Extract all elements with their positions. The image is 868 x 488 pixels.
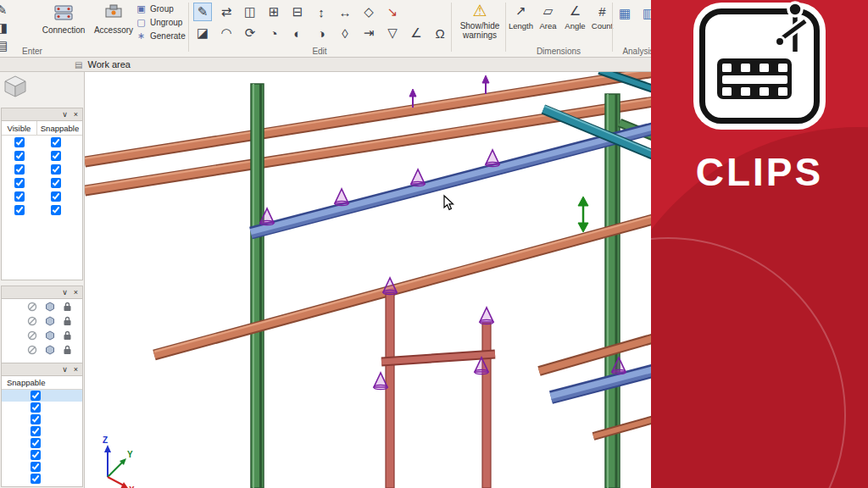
lock-icon[interactable]	[63, 345, 72, 355]
move-icon[interactable]: ⇄	[217, 3, 236, 21]
visible-checkbox[interactable]	[14, 151, 25, 161]
snap-row[interactable]	[2, 437, 82, 449]
angle-icon[interactable]: ∠	[407, 24, 426, 42]
snappable-checkbox[interactable]	[31, 402, 41, 413]
connection-button[interactable]: Connection	[39, 2, 88, 46]
chamfer-icon[interactable]: ◇	[359, 3, 378, 21]
pie-icon[interactable]: ◔	[264, 24, 283, 42]
dimension-tool-angle[interactable]: ∠Angle	[563, 3, 587, 30]
axis-z-label: Z	[103, 435, 108, 445]
clips-logo	[699, 8, 820, 124]
hidden-icon[interactable]	[27, 302, 37, 312]
snappable-checkbox[interactable]	[31, 462, 41, 472]
snappable-checkbox[interactable]	[51, 164, 61, 175]
snappable-checkbox[interactable]	[31, 414, 41, 424]
accessory-button[interactable]: Accessory	[89, 2, 138, 46]
show-hide-warnings-button[interactable]: ⚠ Show/hide warnings	[454, 2, 505, 40]
portal-frame[interactable]	[381, 293, 495, 488]
object-row	[2, 328, 82, 342]
node-icon[interactable]	[45, 316, 55, 326]
ungroup-label: Ungroup	[150, 18, 182, 27]
view-cube-icon[interactable]	[3, 75, 27, 97]
lock-icon[interactable]	[63, 316, 72, 326]
visible-column-header: Visible	[2, 121, 37, 135]
modify-icon[interactable]: ◨	[0, 19, 11, 36]
snappable-checkbox[interactable]	[51, 205, 61, 215]
dimension-tool-area[interactable]: ▱Area	[536, 3, 560, 30]
snap-row[interactable]	[2, 425, 82, 437]
filter-icon[interactable]: ▽	[383, 24, 402, 42]
snap-row[interactable]	[2, 390, 82, 402]
snappable-checkbox[interactable]	[31, 426, 41, 436]
stretch-icon[interactable]: ↕	[312, 3, 331, 21]
generate-button[interactable]: ∗Generate	[134, 30, 187, 42]
snap-row[interactable]	[2, 402, 82, 413]
snappable-checkbox[interactable]	[31, 474, 41, 484]
snappable-checkbox[interactable]	[31, 391, 41, 401]
close-icon[interactable]: ×	[74, 111, 78, 119]
node-icon[interactable]	[45, 302, 55, 312]
close-icon[interactable]: ×	[74, 366, 78, 374]
half-left-icon[interactable]: ◐	[288, 24, 307, 42]
extend-icon[interactable]: ↔	[336, 3, 354, 21]
hidden-icon[interactable]	[27, 345, 37, 355]
support-arrow-green	[578, 197, 588, 232]
layer-row	[2, 176, 82, 190]
sum-icon[interactable]: Ω	[431, 24, 449, 42]
dimension-tool-count[interactable]: #Count	[590, 3, 615, 30]
snappable-checkbox[interactable]	[51, 137, 61, 147]
snap-row[interactable]	[2, 473, 82, 485]
hidden-icon[interactable]	[27, 330, 37, 341]
group-button[interactable]: ▣Group	[134, 3, 187, 15]
collapse-icon[interactable]: ∨	[62, 111, 68, 119]
draw-icon[interactable]: ✎	[0, 2, 11, 19]
pencil-icon[interactable]: ✎	[193, 3, 212, 21]
jump-icon[interactable]: ⇥	[359, 24, 378, 42]
snappable-checkbox[interactable]	[31, 438, 41, 448]
grid-icon[interactable]: ▤	[0, 37, 11, 54]
close-icon[interactable]: ×	[74, 289, 78, 297]
direction-icon[interactable]: ↘	[383, 3, 402, 21]
enter-group-label: Enter	[12, 47, 53, 56]
snap-row[interactable]	[2, 461, 82, 473]
snappable-checkbox[interactable]	[51, 151, 61, 161]
visible-checkbox[interactable]	[14, 164, 25, 175]
snap-row[interactable]	[2, 413, 82, 425]
half-right-icon[interactable]: ◑	[312, 24, 331, 42]
node-icon[interactable]	[45, 330, 55, 341]
angle-icon: ∠	[570, 3, 581, 19]
eraser-icon[interactable]: ◪	[193, 24, 212, 42]
copy-icon[interactable]: ◫	[241, 3, 259, 21]
dimension-tools: ↗Length▱Area∠Angle#Count	[509, 3, 615, 30]
arc-icon[interactable]: ◠	[217, 24, 236, 42]
collapse-icon[interactable]: ∨	[62, 289, 68, 297]
visible-checkbox[interactable]	[14, 191, 25, 202]
visible-checkbox[interactable]	[14, 205, 25, 215]
snappable-checkbox[interactable]	[51, 178, 61, 188]
column-left[interactable]	[251, 84, 264, 488]
rafter-beam[interactable]	[154, 209, 678, 355]
layer-row	[2, 190, 82, 203]
filmstrip-cutter-icon	[705, 14, 814, 118]
node-icon[interactable]	[45, 345, 55, 355]
split-icon[interactable]: ⊟	[288, 3, 307, 21]
snappable-column-header: Snappable	[37, 121, 82, 135]
snappable-checkbox[interactable]	[31, 450, 41, 460]
mesh-icon[interactable]: ▦	[615, 4, 634, 23]
visible-checkbox[interactable]	[14, 137, 25, 147]
snappable-checkbox[interactable]	[51, 191, 61, 202]
panel-header: ∨ ×	[1, 363, 83, 376]
snap-row[interactable]	[2, 449, 82, 461]
lock-icon[interactable]	[63, 330, 72, 341]
ungroup-button[interactable]: ▢Ungroup	[134, 16, 187, 29]
dimension-tool-length[interactable]: ↗Length	[509, 3, 533, 30]
collapse-icon[interactable]: ∨	[62, 366, 68, 374]
workarea-tab[interactable]: Work area	[87, 59, 131, 69]
visible-checkbox[interactable]	[14, 178, 25, 188]
lock-icon[interactable]	[63, 302, 72, 312]
rotate-icon[interactable]: ⟳	[241, 24, 259, 42]
dimension-tool-label: Count	[592, 21, 613, 30]
hidden-icon[interactable]	[27, 316, 37, 326]
tag-icon[interactable]: ◊	[336, 24, 354, 42]
array-icon[interactable]: ⊞	[264, 3, 283, 21]
